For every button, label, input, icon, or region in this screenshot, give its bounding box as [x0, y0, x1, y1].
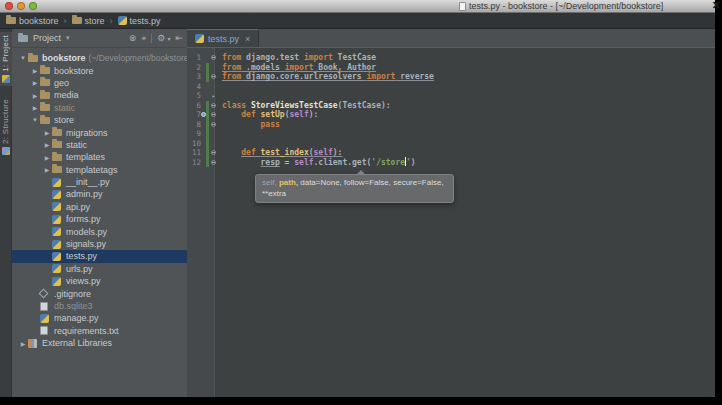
tree-row[interactable]: ▶templatetags — [12, 164, 187, 176]
tree-item-label: forms.py — [66, 214, 101, 224]
fold-minus-icon[interactable] — [211, 160, 216, 165]
fold-minus-icon[interactable] — [211, 112, 216, 117]
collapse-arrow-icon[interactable]: ▶ — [42, 166, 52, 173]
code-editor[interactable]: 1from django.test import TestCase2from .… — [187, 48, 715, 397]
tree-row[interactable]: ▶migrations — [12, 126, 187, 138]
collapse-arrow-icon[interactable]: ▶ — [30, 92, 40, 99]
fold-icon[interactable] — [209, 72, 218, 81]
tree-row[interactable]: ▼store — [12, 114, 187, 126]
tree-row[interactable]: manage.py — [12, 312, 187, 324]
tree-item-icon-slot — [40, 104, 53, 111]
expand-arrow-icon[interactable]: ▼ — [18, 55, 28, 61]
tab-tests-py[interactable]: tests.py × — [187, 29, 259, 47]
expand-arrow-icon[interactable]: ▼ — [30, 117, 40, 123]
code-line[interactable]: 11 def test_index(self): — [187, 148, 715, 158]
tree-row[interactable]: tests.py — [12, 250, 187, 262]
tree-item-icon-slot — [52, 264, 65, 273]
fold-icon[interactable] — [209, 110, 218, 119]
tree-row[interactable]: urls.py — [12, 263, 187, 275]
tree-row[interactable]: ▶External Libraries — [12, 337, 187, 349]
fold-minus-icon[interactable] — [211, 74, 216, 79]
fold-icon[interactable] — [209, 101, 218, 110]
tree-row[interactable]: ▶media — [12, 89, 187, 101]
tree-row[interactable]: forms.py — [12, 213, 187, 225]
code-token: def — [241, 148, 260, 157]
tree-row[interactable]: models.py — [12, 225, 187, 237]
tree-row[interactable]: views.py — [12, 275, 187, 287]
code-line[interactable]: 2from .models import Book, Author — [187, 63, 715, 73]
code-line[interactable]: 4 — [187, 82, 715, 92]
tab-close-icon[interactable]: × — [245, 34, 250, 44]
toolwindow-button-proj[interactable]: 1: Project — [0, 32, 12, 86]
code-line[interactable]: 10 — [187, 139, 715, 149]
tree-row[interactable]: ▶static — [12, 102, 187, 114]
collapse-arrow-icon[interactable]: ▶ — [42, 129, 52, 136]
collapse-arrow-icon[interactable]: ▶ — [18, 340, 28, 347]
code-token: pass — [261, 120, 280, 129]
tree-row[interactable]: db.sqlite3 — [12, 300, 187, 312]
tree-row[interactable]: signals.py — [12, 238, 187, 250]
collapse-arrow-icon[interactable]: ▶ — [42, 154, 52, 161]
tree-row[interactable]: ▶static — [12, 139, 187, 151]
fold-minus-icon[interactable] — [211, 122, 216, 127]
breadcrumb-item-store[interactable]: store — [72, 16, 105, 26]
code-token: django.core.urlresolvers — [241, 72, 366, 81]
code-line[interactable]: 9 — [187, 129, 715, 139]
locate-source-icon[interactable]: ⌖ — [141, 33, 146, 44]
code-line[interactable]: 5▸ — [187, 91, 715, 101]
collapse-arrow-icon[interactable]: ▶ — [30, 79, 40, 86]
tree-row[interactable]: __init__.py — [12, 176, 187, 188]
fold-icon[interactable] — [209, 53, 218, 62]
folder-icon — [52, 141, 62, 148]
tree-row[interactable]: ▶geo — [12, 77, 187, 89]
collapse-arrow-icon[interactable]: ▶ — [30, 104, 40, 111]
project-panel-title[interactable]: Project — [33, 33, 61, 43]
close-circle-icon[interactable]: ⊗ — [129, 33, 137, 43]
breadcrumb-item-tests.py[interactable]: tests.py — [118, 16, 161, 26]
tree-row[interactable]: ▶templates — [12, 151, 187, 163]
gear-icon[interactable]: ⚙ — [157, 33, 165, 43]
code-text: def setUp(self): — [218, 110, 318, 119]
code-line[interactable]: 1from django.test import TestCase — [187, 53, 715, 63]
tree-row[interactable]: admin.py — [12, 188, 187, 200]
screen-close-icon[interactable]: ✕ — [712, 0, 721, 12]
chevron-down-icon[interactable]: ▾ — [66, 34, 70, 42]
tab-label: tests.py — [208, 34, 239, 44]
code-token: ): — [309, 110, 319, 119]
window-titlebar[interactable]: tests.py - bookstore - [~/Development/bo… — [0, 0, 715, 13]
code-line[interactable]: 7 def setUp(self): — [187, 110, 715, 120]
close-button[interactable] — [5, 2, 13, 10]
parameter-info-tooltip: self, path, data=None, follow=False, sec… — [255, 174, 454, 203]
code-line[interactable]: 3from django.core.urlresolvers import re… — [187, 72, 715, 82]
hide-panel-icon[interactable]: ⇤ — [175, 33, 183, 43]
fold-minus-icon[interactable] — [211, 103, 216, 108]
fold-minus-icon[interactable] — [211, 150, 216, 155]
code-token: django.test — [241, 53, 304, 62]
tree-row[interactable]: ▼bookstore(~/Development/bookstore) — [12, 52, 187, 64]
fold-icon[interactable] — [209, 158, 218, 167]
minimize-button[interactable] — [17, 2, 25, 10]
fold-icon[interactable] — [209, 120, 218, 129]
tree-row[interactable]: .gitignore — [12, 287, 187, 299]
breadcrumb-item-bookstore[interactable]: bookstore — [6, 16, 59, 26]
toolwindow-button-struct[interactable]: 2: Structure — [0, 96, 12, 158]
tree-item-icon-slot — [40, 92, 53, 99]
tree-item-label: templatetags — [66, 165, 118, 175]
override-marker-icon[interactable] — [201, 112, 206, 117]
code-text: resp = self.client.get('/store') — [218, 157, 416, 167]
arrow-icon[interactable]: ▸ — [209, 91, 218, 100]
fold-icon[interactable] — [209, 148, 218, 157]
proj-toolwindow-icon — [2, 75, 10, 83]
tree-row[interactable]: ▶bookstore — [12, 64, 187, 76]
gear-chevron-icon[interactable]: ▾ — [167, 35, 170, 42]
collapse-arrow-icon[interactable]: ▶ — [42, 141, 52, 148]
code-line[interactable]: 8 pass — [187, 120, 715, 130]
tree-row[interactable]: requirements.txt — [12, 325, 187, 337]
window-title: tests.py - bookstore - [~/Development/bo… — [459, 1, 663, 11]
code-line[interactable]: 12 resp = self.client.get('/store') — [187, 158, 715, 168]
collapse-arrow-icon[interactable]: ▶ — [30, 67, 40, 74]
fold-minus-icon[interactable] — [211, 55, 216, 60]
tree-row[interactable]: api.py — [12, 201, 187, 213]
zoom-button[interactable] — [29, 2, 37, 10]
code-line[interactable]: 6class StoreViewsTestCase(TestCase): — [187, 101, 715, 111]
